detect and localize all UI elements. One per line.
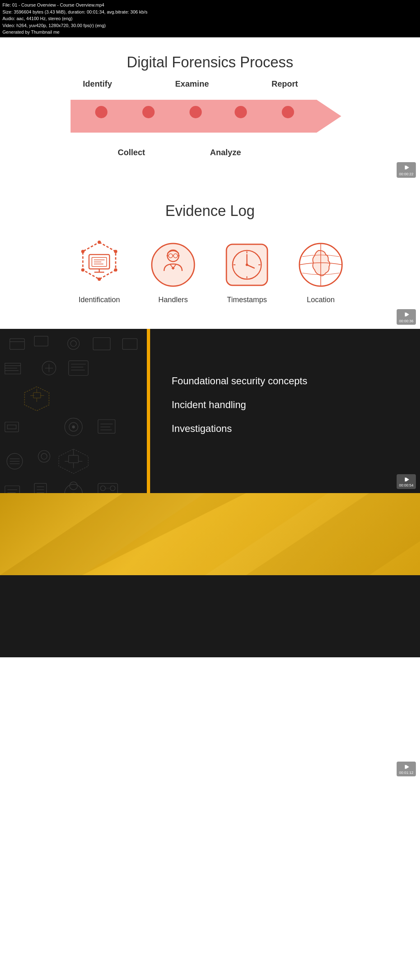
course-topics-list: Foundational security concepts Incident … <box>171 375 395 447</box>
evidence-label-location: Location <box>307 296 335 304</box>
svg-marker-1 <box>406 165 409 170</box>
gold-pattern <box>0 493 420 575</box>
dark-section: Foundational security concepts Incident … <box>0 329 420 493</box>
svg-rect-83 <box>5 486 20 493</box>
bottom-white-section: 00:01:12 <box>0 657 420 780</box>
bottom-dark-section <box>0 575 420 657</box>
svg-point-75 <box>38 450 50 462</box>
svg-marker-2 <box>83 242 116 279</box>
label-analyze: Analyze <box>210 148 241 157</box>
label-identify: Identify <box>83 79 112 89</box>
svg-point-27 <box>246 264 248 266</box>
svg-rect-67 <box>98 420 115 433</box>
evidence-label-identification: Identification <box>78 296 120 304</box>
timestamp-text-1: 00:00:22 <box>399 172 413 176</box>
forensics-title: Digital Forensics Process <box>12 54 408 71</box>
play-icon-4 <box>402 763 410 771</box>
svg-point-66 <box>72 425 75 428</box>
file-info-line4: Video: h264, yuv420p, 1280x720, 30.00 fp… <box>2 22 418 29</box>
arrow-head <box>317 100 341 133</box>
svg-rect-61 <box>5 422 18 431</box>
svg-point-40 <box>68 337 80 349</box>
svg-point-94 <box>110 486 115 491</box>
svg-rect-37 <box>10 338 25 349</box>
evidence-label-handlers: Handlers <box>158 296 188 304</box>
evidence-item-identification: Identification <box>75 240 124 304</box>
timestamp-button-4[interactable]: 00:01:12 <box>397 762 416 776</box>
tech-pattern-bg <box>0 329 147 493</box>
file-info-line2: Size: 3596604 bytes (3.43 MiB), duration… <box>2 9 418 16</box>
evidence-icons-container: Identification <box>12 240 408 304</box>
file-info-bar: File: 01 - Course Overview - Course Over… <box>0 0 420 37</box>
play-icon-2 <box>402 311 410 318</box>
gold-section <box>0 493 420 575</box>
file-info-line5: Generated by Thumbnail me <box>2 29 418 36</box>
svg-rect-86 <box>34 483 47 493</box>
timestamp-text-3: 00:00:54 <box>399 483 413 487</box>
svg-rect-63 <box>7 425 16 429</box>
evidence-item-location: Location <box>296 240 345 304</box>
svg-rect-56 <box>33 392 41 398</box>
play-icon-1 <box>402 164 410 171</box>
play-icon-3 <box>402 476 410 483</box>
forensics-section: Digital Forensics Process Identify Exami… <box>0 37 420 182</box>
evidence-item-timestamps: Timestamps <box>222 240 272 304</box>
timestamp-text-2: 00:00:36 <box>399 319 413 323</box>
dot-5 <box>282 106 294 118</box>
svg-point-41 <box>71 340 76 346</box>
svg-point-90 <box>65 484 82 493</box>
label-collect: Collect <box>118 148 145 157</box>
topic-1: Foundational security concepts <box>171 375 395 387</box>
svg-point-9 <box>114 268 117 271</box>
dot-2 <box>142 106 155 118</box>
arrow-diagram: Identify Examine Report Collect Analyze <box>71 92 349 157</box>
svg-point-76 <box>41 453 47 459</box>
svg-rect-51 <box>68 360 88 375</box>
topic-3: Investigations <box>171 423 395 434</box>
evidence-section: Evidence Log <box>0 182 420 329</box>
handlers-icon <box>148 240 198 289</box>
arrow-shape <box>71 100 333 133</box>
dark-right-panel: Foundational security concepts Incident … <box>147 329 420 493</box>
svg-point-91 <box>70 482 78 489</box>
label-examine: Examine <box>175 79 209 89</box>
svg-rect-43 <box>123 338 137 349</box>
svg-point-93 <box>100 486 105 491</box>
svg-point-10 <box>98 278 101 281</box>
svg-point-12 <box>81 268 84 271</box>
evidence-item-handlers: Handlers <box>148 240 198 304</box>
dark-left-panel <box>0 329 147 493</box>
svg-rect-42 <box>93 337 110 350</box>
timestamp-button-1[interactable]: 00:00:22 <box>397 162 416 178</box>
svg-point-11 <box>81 250 84 253</box>
file-info-line1: File: 01 - Course Overview - Course Over… <box>2 2 418 9</box>
timestamp-text-4: 00:01:12 <box>399 771 413 775</box>
timestamps-icon <box>222 240 272 289</box>
svg-rect-39 <box>34 336 48 346</box>
identification-icon <box>75 240 124 289</box>
dot-3 <box>189 106 202 118</box>
svg-rect-44 <box>5 363 21 374</box>
timestamp-button-2[interactable]: 00:00:36 <box>397 309 416 325</box>
evidence-label-timestamps: Timestamps <box>227 296 267 304</box>
svg-marker-36 <box>406 312 409 317</box>
dot-4 <box>235 106 247 118</box>
topic-2: Incident handling <box>171 399 395 411</box>
svg-rect-78 <box>68 455 78 463</box>
svg-point-7 <box>98 241 101 244</box>
accent-bar <box>147 329 150 493</box>
svg-point-8 <box>114 250 117 253</box>
file-info-line3: Audio: aac, 44100 Hz, stereo (eng) <box>2 15 418 22</box>
svg-marker-97 <box>406 477 409 482</box>
label-report: Report <box>272 79 298 89</box>
location-icon <box>296 240 345 289</box>
timestamp-button-3[interactable]: 00:00:54 <box>397 474 416 489</box>
svg-marker-102 <box>406 764 409 769</box>
evidence-title: Evidence Log <box>12 202 408 220</box>
dot-1 <box>95 106 107 118</box>
